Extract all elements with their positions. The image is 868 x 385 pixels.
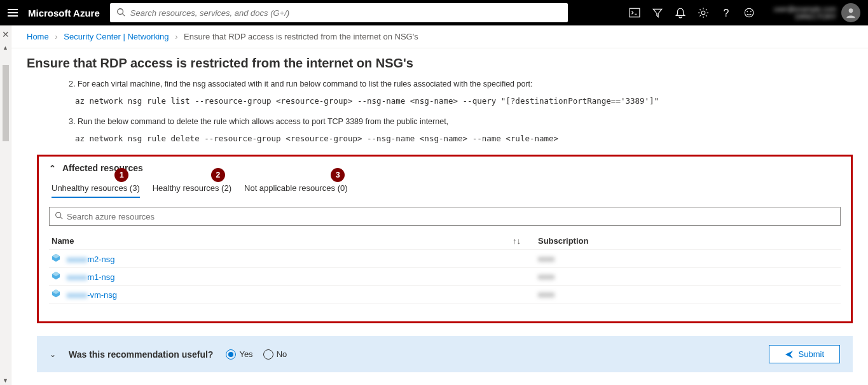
- radio-yes[interactable]: Yes: [226, 349, 252, 360]
- settings-icon[interactable]: [698, 7, 709, 18]
- affected-resources-header[interactable]: ⌃ Affected resources: [49, 163, 841, 173]
- global-search[interactable]: [110, 3, 568, 22]
- filter-icon[interactable]: [652, 7, 663, 18]
- subscription-cell: xxxx: [532, 290, 838, 299]
- menu-icon[interactable]: [8, 9, 18, 17]
- affected-resources-title: Affected resources: [62, 163, 143, 173]
- svg-rect-2: [630, 8, 640, 17]
- svg-point-8: [849, 8, 853, 13]
- feedback-bar: ⌄ Was this recommendation useful? Yes No…: [37, 336, 853, 372]
- svg-text:?: ?: [724, 8, 729, 18]
- breadcrumb: Home › Security Center | Networking › En…: [11, 25, 868, 48]
- topbar: Microsoft Azure ? user@example.com DIREC…: [0, 0, 868, 25]
- svg-point-7: [750, 11, 752, 12]
- feedback-question: Was this recommendation useful?: [69, 349, 213, 360]
- notifications-icon[interactable]: [675, 7, 686, 18]
- remediation-steps: 2. For each virtal machine, find the nsg…: [11, 80, 868, 143]
- radio-no[interactable]: No: [263, 349, 287, 360]
- command-2: az network nsg rule list --resource-grou…: [75, 96, 830, 106]
- resource-search-input[interactable]: [67, 212, 835, 221]
- subscription-cell: xxxx: [532, 254, 838, 263]
- account-label: user@example.com DIRECTORY: [774, 5, 836, 20]
- avatar-icon: [841, 3, 860, 22]
- chevron-down-icon[interactable]: ⌄: [50, 350, 56, 359]
- scrollbar-thumb[interactable]: [3, 65, 9, 141]
- svg-point-6: [747, 11, 748, 12]
- topbar-actions: ? user@example.com DIRECTORY: [629, 3, 860, 22]
- svg-line-10: [60, 217, 62, 219]
- col-subscription-header[interactable]: Subscription: [532, 236, 838, 246]
- search-input[interactable]: [130, 8, 561, 18]
- close-icon[interactable]: ✕: [2, 25, 10, 43]
- marker-2-icon: 2: [211, 168, 225, 182]
- svg-point-0: [118, 8, 123, 14]
- search-icon: [55, 211, 63, 221]
- svg-line-1: [122, 13, 125, 16]
- affected-resources-section: ⌃ Affected resources Unhealthy resources…: [37, 155, 853, 323]
- tab-healthy[interactable]: Healthy resources (2) 2: [153, 183, 231, 198]
- breadcrumb-home[interactable]: Home: [27, 32, 49, 41]
- scroll-gutter: ✕ ▲ ▼: [0, 25, 11, 385]
- chevron-right-icon: ›: [175, 32, 177, 41]
- chevron-up-icon: ⌃: [49, 164, 56, 173]
- table-row[interactable]: xxxxxm1-nsg xxxx: [49, 268, 841, 286]
- nsg-icon: [52, 272, 60, 282]
- subscription-cell: xxxx: [532, 272, 838, 281]
- nsg-icon: [52, 255, 60, 264]
- page-title: Ensure that RDP access is restricted fro…: [11, 48, 868, 76]
- command-3: az network nsg rule delete --resource-gr…: [75, 134, 830, 143]
- account-menu[interactable]: user@example.com DIRECTORY: [766, 3, 860, 22]
- tab-not-applicable[interactable]: Not applicable resources (0) 3: [244, 183, 348, 198]
- sort-icon[interactable]: ↑↓: [513, 236, 532, 246]
- scroll-down-icon[interactable]: ▼: [3, 376, 8, 385]
- submit-button[interactable]: Submit: [769, 345, 840, 363]
- nsg-icon: [52, 290, 60, 300]
- breadcrumb-current: Ensure that RDP access is restricted fro…: [184, 32, 418, 41]
- resources-table: Name ↑↓ Subscription xxxxxm2-nsg xxxx x: [49, 232, 841, 304]
- marker-3-icon: 3: [331, 168, 345, 182]
- resource-search[interactable]: [49, 207, 841, 226]
- feedback-icon[interactable]: [743, 7, 755, 18]
- breadcrumb-security-center[interactable]: Security Center | Networking: [64, 32, 169, 41]
- feedback-radio-group: Yes No: [226, 349, 287, 360]
- table-row[interactable]: xxxxxm2-nsg xxxx: [49, 250, 841, 268]
- step-2-text: 2. For each virtal machine, find the nsg…: [69, 80, 830, 88]
- resource-tabs: Unhealthy resources (3) 1 Healthy resour…: [52, 183, 841, 198]
- search-icon: [116, 8, 125, 18]
- brand-label: Microsoft Azure: [28, 8, 100, 18]
- table-header: Name ↑↓ Subscription: [49, 232, 841, 250]
- step-3-text: 3. Run the below command to delete the r…: [69, 117, 830, 126]
- cloud-shell-icon[interactable]: [629, 7, 640, 18]
- tab-unhealthy[interactable]: Unhealthy resources (3) 1: [52, 183, 140, 198]
- col-name-header[interactable]: Name: [52, 236, 513, 246]
- help-icon[interactable]: ?: [720, 7, 732, 18]
- marker-1-icon: 1: [114, 168, 128, 182]
- send-icon: [785, 350, 794, 359]
- table-row[interactable]: xxxxx-vm-nsg xxxx: [49, 286, 841, 304]
- svg-point-5: [745, 8, 754, 17]
- svg-point-9: [56, 213, 61, 218]
- svg-point-3: [701, 11, 705, 15]
- chevron-right-icon: ›: [55, 32, 57, 41]
- scroll-up-icon[interactable]: ▲: [3, 43, 8, 52]
